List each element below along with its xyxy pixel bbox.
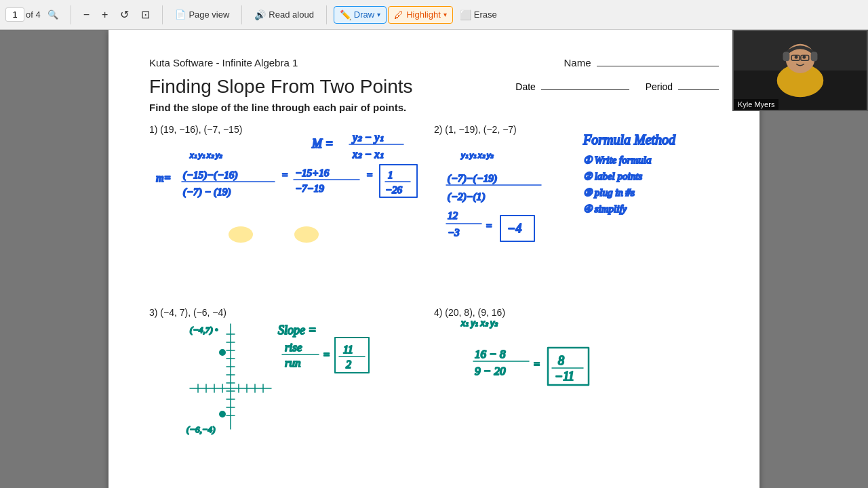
zoom-out-button[interactable]: − (78, 6, 95, 24)
page-view-label: Page view (189, 9, 229, 20)
svg-text:m=: m= (156, 172, 171, 184)
svg-text:−15+16: −15+16 (295, 167, 330, 178)
svg-text:−4: −4 (507, 222, 521, 235)
draw-label: Draw (354, 9, 374, 20)
separator-1 (71, 5, 71, 24)
svg-text:y₁  y₁    x₂  y₂: y₁ y₁ x₂ y₂ (460, 151, 494, 159)
svg-text:(−7) − (19): (−7) − (19) (183, 186, 231, 198)
svg-text:Formula Method: Formula Method (583, 132, 676, 147)
svg-rect-83 (811, 52, 818, 62)
highlight-label: Highlight (406, 9, 441, 20)
video-feed (734, 31, 867, 110)
fit-page-button[interactable]: ⊡ (136, 5, 155, 24)
svg-text:(−4,7) •: (−4,7) • (190, 325, 218, 335)
name-field: Name (564, 57, 719, 69)
svg-text:③ plug in #s: ③ plug in #s (583, 187, 635, 198)
page-total: of 4 (26, 9, 41, 20)
svg-text:(−15)−(−16): (−15)−(−16) (183, 169, 237, 181)
highlight-button[interactable]: 🖊 Highlight ▾ (388, 6, 453, 24)
svg-text:x₁  y₁    x₂  y₂: x₁ y₁ x₂ y₂ (189, 151, 222, 159)
svg-text:x₁ y₁   x₂  y₂: x₁ y₁ x₂ y₂ (460, 319, 498, 328)
svg-text:② label points: ② label points (583, 171, 642, 182)
separator-2 (162, 5, 163, 24)
problem-3-number: 3) (−4, 7), (−6, −4) (149, 307, 226, 318)
instructions: Find the slope of the line through each … (149, 102, 719, 113)
svg-text:=: = (486, 220, 492, 231)
draw-icon: ✏️ (340, 9, 351, 20)
read-aloud-button[interactable]: 🔊 Read aloud (249, 7, 319, 23)
svg-text:① Write formula: ① Write formula (583, 155, 652, 165)
plus-icon: + (102, 9, 108, 21)
highlight-chevron-icon: ▾ (443, 11, 447, 18)
svg-point-84 (795, 56, 798, 59)
svg-text:④ simplify: ④ simplify (583, 203, 627, 214)
period-label: Period (646, 81, 673, 92)
erase-button[interactable]: ⬜ Erase (454, 7, 502, 23)
svg-text:(−6,−4): (−6,−4) (186, 424, 215, 434)
page-view-icon: 📄 (175, 9, 186, 20)
svg-rect-16 (380, 165, 417, 197)
problem-1-text: 1) (19, −16), (−7, −15) (149, 124, 242, 135)
problem-3-text: 3) (−4, 7), (−6, −4) (149, 307, 226, 318)
view-controls: 📄 Page view (170, 7, 235, 22)
draw-chevron-icon: ▾ (377, 11, 380, 18)
problem-2-number: 2) (1, −19), (−2, −7) (434, 124, 517, 135)
page-number-input[interactable]: 1 (5, 7, 24, 22)
page-header: Kuta Software - Infinite Algebra 1 Name (149, 57, 719, 69)
video-overlay: Kyle Myers (732, 30, 868, 111)
separator-3 (241, 5, 242, 24)
page-navigation: 1 of 4 🔍 (5, 7, 64, 22)
svg-point-85 (802, 56, 806, 59)
svg-rect-28 (500, 216, 534, 241)
svg-text:(−2)−(1): (−2)−(1) (448, 191, 485, 203)
svg-rect-40 (335, 338, 369, 373)
date-label: Date (515, 81, 536, 92)
main-area: Kuta Software - Infinite Algebra 1 Name … (0, 30, 868, 488)
zoom-button[interactable]: 🔍 (42, 7, 64, 22)
svg-text:2: 2 (346, 359, 351, 370)
svg-text:1: 1 (388, 169, 393, 180)
highlight-2 (294, 226, 319, 243)
svg-text:11: 11 (343, 344, 353, 355)
svg-text:Slope =: Slope = (278, 323, 317, 337)
read-aloud-label: Read aloud (269, 9, 314, 20)
svg-rect-82 (783, 52, 790, 62)
svg-text:M =: M = (311, 137, 334, 150)
svg-text:12: 12 (448, 210, 458, 221)
svg-text:9 − 20: 9 − 20 (475, 365, 506, 378)
highlight-icon: 🖊 (394, 9, 403, 20)
date-underline (541, 89, 629, 90)
svg-text:16 − 8: 16 − 8 (475, 348, 506, 361)
svg-text:rise: rise (285, 341, 302, 354)
svg-text:−3: −3 (448, 227, 460, 238)
page-container: Kuta Software - Infinite Algebra 1 Name … (108, 30, 760, 488)
svg-text:−7−19: −7−19 (295, 183, 324, 194)
erase-label: Erase (474, 9, 497, 20)
reset-zoom-button[interactable]: ↺ (115, 5, 134, 24)
svg-text:=: = (366, 169, 373, 180)
svg-text:=: = (533, 359, 540, 370)
kuta-title: Kuta Software - Infinite Algebra 1 (149, 57, 298, 68)
page-view-button[interactable]: 📄 Page view (170, 7, 235, 22)
read-aloud-icon: 🔊 (254, 9, 266, 20)
svg-text:=: = (281, 169, 288, 180)
draw-button[interactable]: ✏️ Draw ▾ (334, 6, 387, 24)
fit-icon: ⊡ (141, 8, 150, 21)
svg-rect-74 (548, 348, 589, 385)
erase-icon: ⬜ (460, 9, 471, 20)
name-label: Name (564, 57, 591, 68)
zoom-controls: − + ↺ ⊡ (78, 5, 156, 24)
video-person-name: Kyle Myers (734, 99, 778, 110)
annotations-svg: x₁ y₁ x₂ y₂ M = y₂ − y₁ x₂ − x₁ m= (−15)… (149, 124, 719, 476)
zoom-icon: 🔍 (47, 9, 58, 20)
worksheet-title: Finding Slope From Two Points (149, 76, 413, 98)
svg-text:−26: −26 (385, 184, 403, 195)
svg-text:=: = (323, 349, 330, 361)
svg-text:y₂ − y₁: y₂ − y₁ (351, 131, 384, 144)
period-underline (678, 89, 719, 90)
problem-1-number: 1) (19, −16), (−7, −15) (149, 124, 242, 135)
svg-text:8: 8 (558, 354, 564, 367)
svg-text:run: run (285, 357, 301, 369)
zoom-in-button[interactable]: + (96, 6, 113, 24)
minus-icon: − (83, 9, 90, 21)
